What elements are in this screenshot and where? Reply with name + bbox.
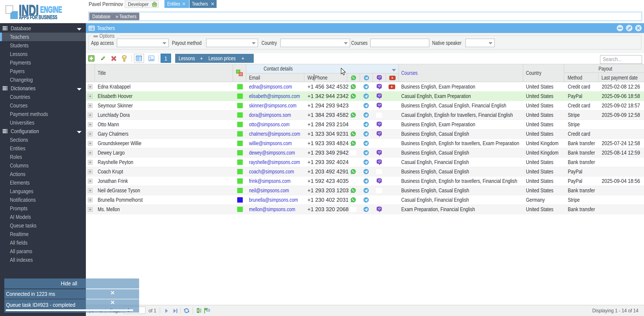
svg-text:APPS FOR BUSINESS: APPS FOR BUSINESS — [19, 14, 57, 20]
svg-text:ENGINE: ENGINE — [40, 4, 62, 14]
